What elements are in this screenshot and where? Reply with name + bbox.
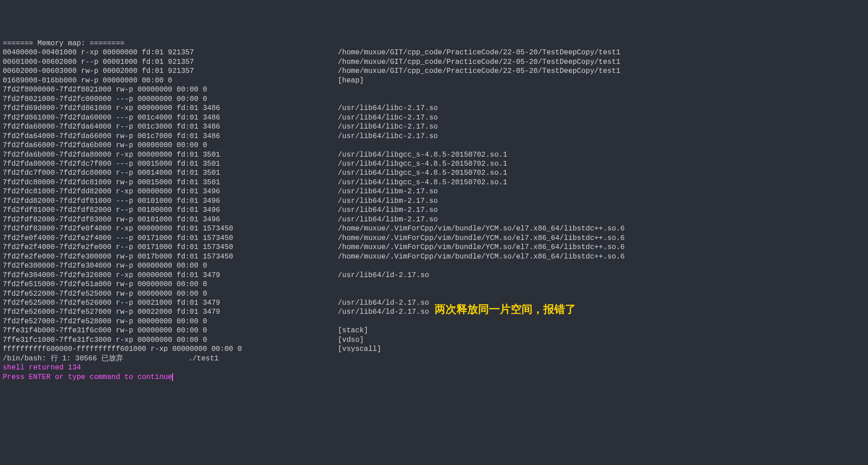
memory-map-row: 7fd2f8021000-7fd2fc000000 ---p 00000000 … (3, 95, 865, 104)
memory-map-row: 7fd2fe515000-7fd2fe51a000 rw-p 00000000 … (3, 280, 865, 289)
memory-map-row: 7fd2fe525000-7fd2fe526000 r--p 00021000 … (3, 298, 865, 307)
map-entry-left: 7fd2fda64000-7fd2fda66000 rw-p 001c7000 … (3, 132, 338, 141)
terminal-output[interactable]: ======= Memory map: ========00400000-004… (3, 39, 865, 382)
map-entry-left: 7fd2fe526000-7fd2fe527000 rw-p 00022000 … (3, 307, 338, 316)
map-entry-left: 7fd2fdc7f000-7fd2fdc80000 r--p 00014000 … (3, 168, 338, 177)
memory-map-row: 7ffe31fc1000-7ffe31fc3000 r-xp 00000000 … (3, 336, 865, 345)
memory-map-row: 7fd2fdf82000-7fd2fdf83000 rw-p 00101000 … (3, 215, 865, 224)
map-entry-left: 7ffe31fc1000-7ffe31fc3000 r-xp 00000000 … (3, 336, 338, 345)
memory-map-row: 7fd2fda64000-7fd2fda66000 rw-p 001c7000 … (3, 132, 865, 141)
map-entry-path: /usr/lib64/libc-2.17.so (338, 132, 438, 141)
memory-map-row: 7fd2fe300000-7fd2fe304000 rw-p 00000000 … (3, 261, 865, 270)
continue-prompt: Press ENTER or type command to continue (3, 373, 865, 382)
memory-map-row: 7fd2fdc81000-7fd2fdd82000 r-xp 00000000 … (3, 187, 865, 196)
map-entry-path: /usr/lib64/libc-2.17.so (338, 113, 438, 122)
map-entry-path: /home/muxue/.VimForCpp/vim/bundle/YCM.so… (338, 252, 625, 261)
map-entry-left: 7fd2fe0f4000-7fd2fe2f4000 ---p 00171000 … (3, 234, 338, 243)
map-entry-left: 7fd2fe515000-7fd2fe51a000 rw-p 00000000 … (3, 280, 338, 289)
map-entry-path: [heap] (338, 76, 364, 85)
memory-map-row: ffffffffff600000-ffffffffff601000 r-xp 0… (3, 345, 865, 354)
map-entry-left: 7fd2f8000000-7fd2f8021000 rw-p 00000000 … (3, 85, 338, 94)
memory-map-row: 7fd2fe0f4000-7fd2fe2f4000 ---p 00171000 … (3, 234, 865, 243)
memory-map-row: 7fd2fe2f4000-7fd2fe2fe000 r--p 00171000 … (3, 243, 865, 252)
memory-map-row: 7fd2fda60000-7fd2fda64000 r--p 001c3000 … (3, 122, 865, 131)
map-entry-left: 7fd2fdf82000-7fd2fdf83000 rw-p 00101000 … (3, 215, 338, 224)
map-entry-left: 7fd2fe2fe000-7fd2fe300000 rw-p 0017b000 … (3, 252, 338, 261)
memory-map-row: 7fd2fe527000-7fd2fe528000 rw-p 00000000 … (3, 317, 865, 326)
bash-abort-text: /bin/bash: 行 1: 30566 已放弃 ./test1 (3, 355, 219, 363)
map-entry-path: /usr/lib64/libm-2.17.so (338, 215, 438, 224)
map-entry-left: 7fd2fe525000-7fd2fe526000 r--p 00021000 … (3, 298, 338, 307)
shell-return-text: shell returned 134 (3, 364, 81, 372)
memory-map-row: 7fd2fe2fe000-7fd2fe300000 rw-p 0017b000 … (3, 252, 865, 261)
memory-map-row: 7fd2fdf81000-7fd2fdf82000 r--p 00100000 … (3, 206, 865, 215)
map-entry-left: 00602000-00603000 rw-p 00002000 fd:01 92… (3, 67, 338, 76)
memory-map-row: 7fd2fe304000-7fd2fe326000 r-xp 00000000 … (3, 271, 865, 280)
map-entry-left: 7fd2fda60000-7fd2fda64000 r--p 001c3000 … (3, 122, 338, 131)
map-entry-path: /home/muxue/GIT/cpp_code/PracticeCode/22… (338, 58, 620, 67)
shell-return-line: shell returned 134 (3, 363, 865, 372)
map-entry-path: /home/muxue/.VimForCpp/vim/bundle/YCM.so… (338, 243, 625, 252)
map-entry-left: 7fd2fda6b000-7fd2fda80000 r-xp 00000000 … (3, 150, 338, 159)
header-text: ======= Memory map: ======== (3, 39, 125, 48)
memory-map-row: 00400000-00401000 r-xp 00000000 fd:01 92… (3, 48, 865, 57)
memory-map-row: 00601000-00602000 r--p 00001000 fd:01 92… (3, 58, 865, 67)
map-entry-path: /usr/lib64/ld-2.17.so (338, 298, 429, 307)
memory-map-row: 7fd2fd861000-7fd2fda60000 ---p 001c4000 … (3, 113, 865, 122)
memory-map-row: 7fd2fda6b000-7fd2fda80000 r-xp 00000000 … (3, 150, 865, 159)
map-entry-left: 00601000-00602000 r--p 00001000 fd:01 92… (3, 58, 338, 67)
map-entry-left: 7fd2fe300000-7fd2fe304000 rw-p 00000000 … (3, 261, 338, 270)
map-entry-left: 7fd2fdf81000-7fd2fdf82000 r--p 00100000 … (3, 206, 338, 215)
map-entry-path: /usr/lib64/libc-2.17.so (338, 122, 438, 131)
prompt-text: Press ENTER or type command to continue (3, 373, 172, 381)
map-entry-left: 7fd2fdf83000-7fd2fe0f4000 r-xp 00000000 … (3, 224, 338, 233)
map-entry-left: 00400000-00401000 r-xp 00000000 fd:01 92… (3, 48, 338, 57)
memory-map-row: 7fd2fdf83000-7fd2fe0f4000 r-xp 00000000 … (3, 224, 865, 233)
map-entry-left: 7fd2fe527000-7fd2fe528000 rw-p 00000000 … (3, 317, 338, 326)
memory-map-row: 7ffe31f4b000-7ffe31f6c000 rw-p 00000000 … (3, 326, 865, 335)
memory-map-row: 00602000-00603000 rw-p 00002000 fd:01 92… (3, 67, 865, 76)
map-entry-path: [stack] (338, 326, 368, 335)
map-entry-left: 7fd2f8021000-7fd2fc000000 ---p 00000000 … (3, 95, 338, 104)
map-entry-left: ffffffffff600000-ffffffffff601000 r-xp 0… (3, 345, 338, 354)
memory-map-row: 7fd2fe526000-7fd2fe527000 rw-p 00022000 … (3, 307, 865, 316)
map-entry-left: 7fd2fe2f4000-7fd2fe2fe000 r--p 00171000 … (3, 243, 338, 252)
map-entry-path: /home/muxue/GIT/cpp_code/PracticeCode/22… (338, 48, 620, 57)
memory-map-row: 7fd2fda80000-7fd2fdc7f000 ---p 00015000 … (3, 159, 865, 168)
map-entry-path: /usr/lib64/ld-2.17.so (338, 271, 429, 280)
map-entry-left: 7fd2fdd82000-7fd2fdf81000 ---p 00101000 … (3, 197, 338, 206)
map-entry-path: /usr/lib64/libm-2.17.so (338, 206, 438, 215)
map-entry-path: /usr/lib64/libgcc_s-4.8.5-20150702.so.1 (338, 168, 507, 177)
memory-map-row: 7fd2fe522000-7fd2fe525000 rw-p 00000000 … (3, 289, 865, 298)
map-entry-path: /usr/lib64/libgcc_s-4.8.5-20150702.so.1 (338, 150, 507, 159)
map-entry-path: /home/muxue/GIT/cpp_code/PracticeCode/22… (338, 67, 620, 76)
memory-map-row: 7fd2fda66000-7fd2fda6b000 rw-p 00000000 … (3, 141, 865, 150)
memory-map-row: 7fd2f8000000-7fd2f8021000 rw-p 00000000 … (3, 85, 865, 94)
memory-map-row: 7fd2fdc80000-7fd2fdc81000 rw-p 00015000 … (3, 178, 865, 187)
map-entry-path: /home/muxue/.VimForCpp/vim/bundle/YCM.so… (338, 234, 625, 243)
map-entry-left: 7fd2fda80000-7fd2fdc7f000 ---p 00015000 … (3, 159, 338, 168)
memory-map-header: ======= Memory map: ======== (3, 39, 865, 48)
map-entry-left: 7fd2fd69d000-7fd2fd861000 r-xp 00000000 … (3, 104, 338, 113)
map-entry-left: 7fd2fd861000-7fd2fda60000 ---p 001c4000 … (3, 113, 338, 122)
map-entry-path: [vdso] (338, 336, 364, 345)
map-entry-path: /home/muxue/.VimForCpp/vim/bundle/YCM.so… (338, 224, 625, 233)
memory-map-row: 7fd2fd69d000-7fd2fd861000 r-xp 00000000 … (3, 104, 865, 113)
map-entry-path: /usr/lib64/libgcc_s-4.8.5-20150702.so.1 (338, 178, 507, 187)
memory-map-row: 7fd2fdd82000-7fd2fdf81000 ---p 00101000 … (3, 197, 865, 206)
map-entry-path: /usr/lib64/libc-2.17.so (338, 104, 438, 113)
map-entry-left: 7ffe31f4b000-7ffe31f6c000 rw-p 00000000 … (3, 326, 338, 335)
map-entry-left: 01689000-016bb000 rw-p 00000000 00:00 0 (3, 76, 338, 85)
memory-map-row: 7fd2fdc7f000-7fd2fdc80000 r--p 00014000 … (3, 168, 865, 177)
map-entry-path: /usr/lib64/libm-2.17.so (338, 187, 438, 196)
map-entry-left: 7fd2fe304000-7fd2fe326000 r-xp 00000000 … (3, 271, 338, 280)
map-entry-path: [vsyscall] (338, 345, 381, 354)
map-entry-path: /usr/lib64/libm-2.17.so (338, 197, 438, 206)
map-entry-path: /usr/lib64/ld-2.17.so (338, 307, 429, 316)
map-entry-left: 7fd2fdc80000-7fd2fdc81000 rw-p 00015000 … (3, 178, 338, 187)
map-entry-left: 7fd2fda66000-7fd2fda6b000 rw-p 00000000 … (3, 141, 338, 150)
map-entry-left: 7fd2fdc81000-7fd2fdd82000 r-xp 00000000 … (3, 187, 338, 196)
annotation-callout: 两次释放同一片空间，报错了 (435, 302, 576, 316)
map-entry-left: 7fd2fe522000-7fd2fe525000 rw-p 00000000 … (3, 289, 338, 298)
memory-map-row: 01689000-016bb000 rw-p 00000000 00:00 0[… (3, 76, 865, 85)
